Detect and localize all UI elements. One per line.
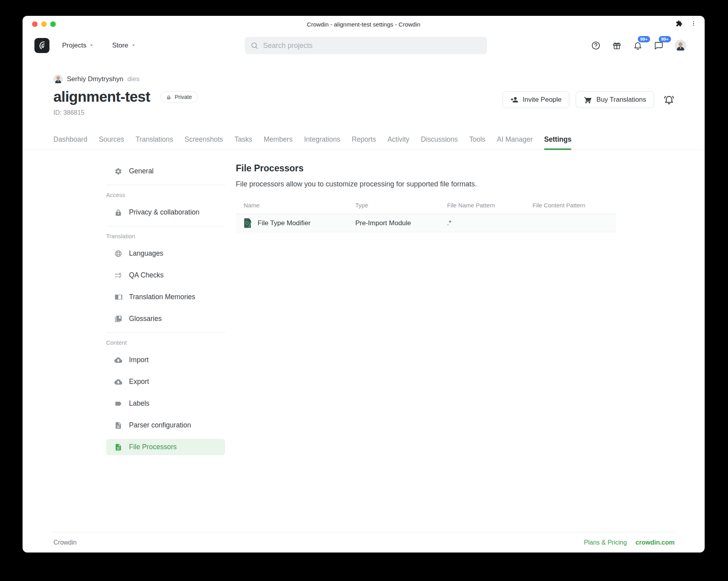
search-input[interactable]	[262, 41, 482, 50]
notifications-button[interactable]: 99+	[633, 40, 643, 51]
buy-translations-button[interactable]: Buy Translations	[576, 91, 654, 108]
crowdin-logo[interactable]	[34, 38, 49, 53]
owner-name[interactable]: Serhiy Dmytryshyn	[67, 75, 123, 83]
projects-menu[interactable]: Projects	[62, 42, 94, 49]
file-edit-icon	[244, 218, 252, 228]
tab-screenshots[interactable]: Screenshots	[185, 135, 223, 150]
settings-sidebar: General Access Privacy & collaboration T…	[106, 163, 225, 461]
help-button[interactable]	[591, 40, 601, 51]
tab-tasks[interactable]: Tasks	[235, 135, 252, 150]
tab-reports[interactable]: Reports	[352, 135, 376, 150]
sidebar-item-labels[interactable]: Labels	[106, 395, 225, 412]
sidebar-item-label: QA Checks	[129, 271, 164, 279]
sidebar-item-label: Labels	[129, 399, 150, 408]
footer-brand: Crowdin	[53, 539, 77, 546]
tab-translations[interactable]: Translations	[136, 135, 173, 150]
sidebar-divider	[106, 185, 225, 185]
browser-menu-kebab-icon[interactable]	[690, 20, 697, 28]
whats-new-button[interactable]	[612, 40, 622, 51]
sidebar-item-qa-checks[interactable]: QA Checks	[106, 267, 225, 283]
sidebar-divider	[106, 332, 225, 333]
column-header-name: Name	[244, 202, 355, 209]
invite-people-button[interactable]: Invite People	[502, 91, 569, 108]
cart-icon	[584, 96, 592, 104]
processor-name: File Type Modifier	[258, 219, 311, 227]
plans-pricing-link[interactable]: Plans & Pricing	[584, 539, 627, 546]
titlebar: Crowdin - alignment-test settings - Crow…	[23, 16, 705, 32]
store-menu[interactable]: Store	[112, 42, 136, 49]
column-header-type: Type	[355, 202, 447, 209]
sidebar-item-file-processors[interactable]: File Processors	[106, 439, 225, 455]
invite-people-label: Invite People	[523, 96, 561, 104]
tab-discussions[interactable]: Discussions	[421, 135, 458, 150]
bell-ring-icon	[664, 94, 675, 105]
projects-menu-label: Projects	[62, 42, 86, 49]
sidebar-item-glossaries[interactable]: Glossaries	[106, 311, 225, 327]
notifications-badge: 99+	[638, 36, 650, 42]
zoom-window-button[interactable]	[50, 21, 56, 27]
document-icon	[114, 422, 122, 429]
sidebar-item-general[interactable]: General	[106, 163, 225, 179]
extensions-puzzle-icon[interactable]	[676, 20, 682, 28]
window-title: Crowdin - alignment-test settings - Crow…	[23, 21, 705, 28]
tab-tools[interactable]: Tools	[469, 135, 485, 150]
project-title: alignment-test	[53, 89, 150, 105]
cloud-upload-icon	[114, 356, 122, 364]
tab-dashboard[interactable]: Dashboard	[53, 135, 87, 150]
sidebar-item-label: General	[129, 167, 154, 175]
sidebar-section-translation: Translation	[106, 233, 225, 239]
tab-sources[interactable]: Sources	[99, 135, 124, 150]
sidebar-item-privacy-collaboration[interactable]: Privacy & collaboration	[106, 204, 225, 220]
crowdin-site-link[interactable]: crowdin.com	[635, 539, 675, 546]
sidebar-item-label: Parser configuration	[129, 421, 191, 429]
project-id: ID: 386815	[53, 109, 675, 116]
tab-integrations[interactable]: Integrations	[304, 135, 340, 150]
file-name-pattern-value: .*	[447, 220, 533, 227]
chevron-down-icon	[131, 42, 136, 49]
sidebar-item-export[interactable]: Export	[106, 374, 225, 390]
page-description: File processors allow you to customize p…	[236, 180, 616, 188]
column-header-file-name-pattern: File Name Pattern	[447, 202, 533, 209]
owner-avatar[interactable]	[53, 74, 63, 84]
top-navigation: Projects Store 99+ 99+	[23, 32, 705, 59]
lock-icon	[166, 95, 171, 100]
lock-icon	[114, 209, 122, 216]
chevron-down-icon	[89, 42, 94, 49]
tab-ai-manager[interactable]: AI Manager	[497, 135, 533, 150]
page-footer: Crowdin Plans & Pricing crowdin.com	[53, 532, 675, 553]
processor-type: Pre-Import Module	[355, 219, 447, 227]
sidebar-section-access: Access	[106, 192, 225, 198]
cloud-download-icon	[114, 378, 122, 386]
project-notifications-button[interactable]	[664, 94, 675, 105]
sidebar-item-label: File Processors	[129, 443, 177, 451]
search-icon	[250, 42, 258, 49]
minimize-window-button[interactable]	[41, 21, 47, 27]
sidebar-item-label: Languages	[129, 249, 163, 258]
open-book-icon	[114, 293, 122, 301]
tab-members[interactable]: Members	[264, 135, 293, 150]
crowdin-bird-icon	[37, 40, 47, 51]
sidebar-item-import[interactable]: Import	[106, 352, 225, 368]
sidebar-item-parser-configuration[interactable]: Parser configuration	[106, 417, 225, 433]
table-header-row: Name Type File Name Pattern File Content…	[236, 199, 616, 214]
close-window-button[interactable]	[32, 21, 38, 27]
sidebar-item-label: Translation Memories	[129, 293, 195, 301]
sidebar-item-label: Import	[129, 356, 149, 364]
search-bar[interactable]	[245, 37, 487, 54]
sidebar-item-label: Privacy & collaboration	[129, 208, 199, 216]
messages-badge: 99+	[659, 36, 671, 42]
project-header: Serhiy Dmytryshyn dies alignment-test Pr…	[23, 59, 705, 116]
globe-icon	[114, 250, 122, 258]
table-row[interactable]: File Type Modifier Pre-Import Module .*	[236, 214, 616, 232]
tab-activity[interactable]: Activity	[387, 135, 409, 150]
messages-button[interactable]: 99+	[654, 40, 664, 51]
privacy-badge-label: Private	[174, 94, 192, 100]
tab-settings[interactable]: Settings	[544, 135, 571, 150]
sidebar-section-content: Content	[106, 339, 225, 346]
user-avatar[interactable]	[675, 40, 686, 51]
sidebar-item-languages[interactable]: Languages	[106, 245, 225, 262]
buy-translations-label: Buy Translations	[596, 96, 646, 104]
help-icon	[591, 41, 601, 50]
sidebar-item-translation-memories[interactable]: Translation Memories	[106, 289, 225, 305]
tag-icon	[114, 400, 122, 408]
